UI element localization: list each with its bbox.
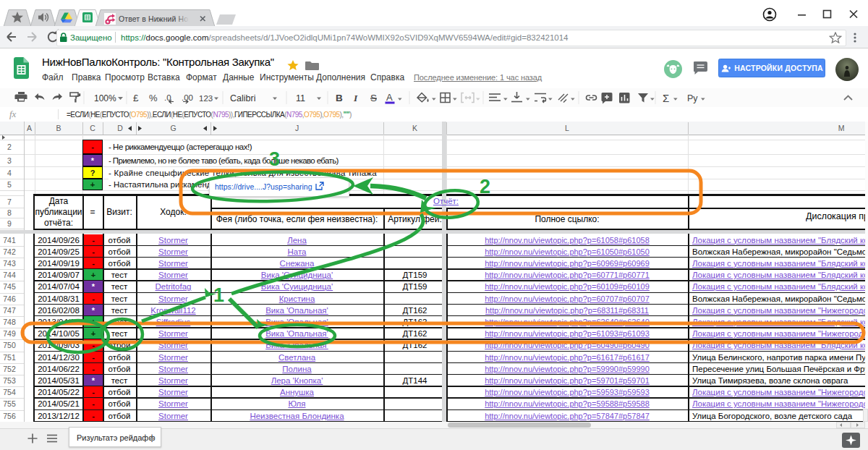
svg-text:3: 3 [269,148,280,170]
svg-text:2: 2 [480,176,490,198]
svg-text:1: 1 [213,284,224,306]
